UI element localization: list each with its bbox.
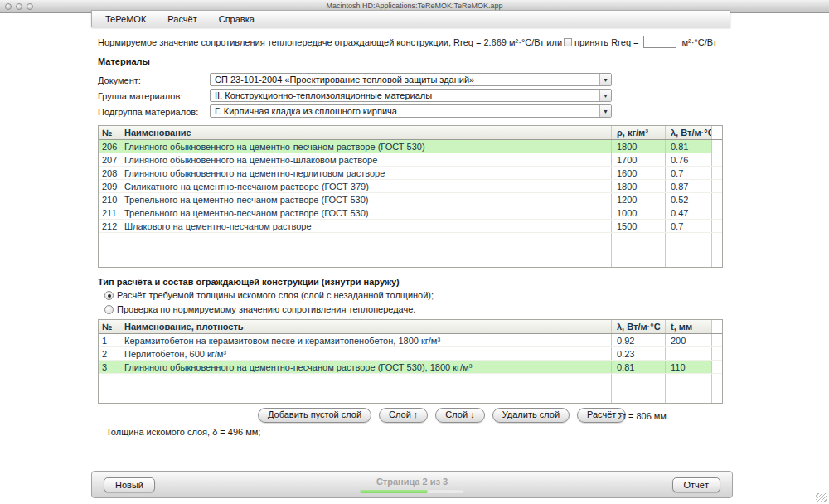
table-cell: 1000	[612, 206, 666, 219]
table-row[interactable]: 212Шлакового на цементно-песчаном раство…	[99, 220, 722, 233]
table-scrollbar[interactable]	[712, 206, 722, 219]
table-cell	[666, 347, 712, 360]
column-header: ρ, кг/м³	[612, 126, 666, 139]
column-header: λ, Вт/м·°С	[612, 320, 666, 333]
table-cell	[666, 233, 712, 267]
rreq-input[interactable]	[643, 36, 676, 48]
chevron-down-icon[interactable]: ▼	[599, 74, 611, 85]
material-subgroup-select[interactable]: Г. Кирпичная кладка из сплошного кирпича…	[210, 104, 612, 118]
table-cell: Силикатного на цементно-песчаном раствор…	[119, 180, 612, 192]
radio-label: Расчёт требуемой толщины искомого слоя (…	[117, 290, 434, 300]
table-cell: 0.76	[666, 153, 712, 166]
chevron-down-icon[interactable]: ▼	[599, 105, 611, 117]
radio-icon[interactable]	[104, 305, 114, 314]
material-group-label: Группа материалов:	[98, 91, 182, 101]
table-row[interactable]: 3Глиняного обыкновенного на цементно-пес…	[99, 361, 722, 374]
rreq-text: Нормируемое значение сопротивления тепло…	[98, 37, 562, 47]
rreq-accept-checkbox[interactable]	[564, 38, 572, 46]
delete-layer-button[interactable]: Удалить слой	[492, 408, 570, 423]
menu-teremok[interactable]: ТеРеМОК	[95, 11, 157, 27]
material-group-select[interactable]: II. Конструкционно-теплоизоляционные мат…	[210, 89, 612, 102]
table-row[interactable]: 209Силикатного на цементно-песчаном раст…	[99, 180, 722, 193]
table-scrollbar[interactable]	[712, 140, 722, 153]
layers-table: № Наименование, плотность λ, Вт/м·°С t, …	[98, 319, 723, 404]
table-cell	[99, 374, 119, 403]
table-cell: Глиняного обыкновенного на цементно-песч…	[119, 140, 612, 153]
table-cell: 3	[99, 361, 119, 373]
total-thickness-label: Σt = 806 мм.	[618, 411, 669, 421]
resize-grip-icon[interactable]	[816, 493, 827, 502]
table-cell: 207	[99, 153, 119, 166]
table-empty-area	[99, 233, 722, 267]
table-cell: 0.87	[666, 180, 712, 192]
table-row[interactable]: 210Трепельного на цементно-песчаном раст…	[99, 193, 722, 206]
radio-label: Проверка по нормируемому значению сопрот…	[117, 304, 415, 314]
layer-down-button[interactable]: Слой ↓	[435, 408, 484, 423]
report-button[interactable]: Отчёт	[672, 477, 720, 492]
table-row[interactable]: 211Трепельного на цементно-песчаном раст…	[99, 206, 722, 220]
add-empty-layer-button[interactable]: Добавить пустой слой	[258, 408, 371, 423]
column-header: Наименование, плотность	[119, 320, 612, 333]
table-cell: 0.7	[666, 220, 712, 232]
table-cell: Шлакового на цементно-песчаном растворе	[119, 220, 612, 232]
column-header: λ, Вт/м·°С	[666, 126, 712, 139]
table-cell: 0.23	[612, 347, 666, 360]
table-scrollbar[interactable]	[712, 374, 722, 403]
table-scrollbar[interactable]	[712, 334, 722, 346]
table-row[interactable]: 2Перлитобетон, 600 кг/м³0.23	[99, 347, 722, 361]
table-cell: 210	[99, 193, 119, 206]
radio-icon[interactable]	[104, 291, 114, 300]
table-cell: 1500	[612, 220, 666, 232]
column-header: №	[99, 126, 119, 139]
table-row[interactable]: 206Глиняного обыкновенного на цементно-п…	[99, 140, 722, 153]
table-row[interactable]: 208Глиняного обыкновенного на цементно-п…	[99, 167, 722, 180]
table-cell: 1700	[612, 153, 666, 166]
table-scrollbar[interactable]	[712, 153, 722, 166]
material-subgroup-select-value: Г. Кирпичная кладка из сплошного кирпича	[211, 106, 599, 116]
document-select[interactable]: СП 23-101-2004 «Проектирование тепловой …	[210, 73, 612, 86]
table-empty-area	[99, 374, 722, 403]
column-header: Наименование	[119, 126, 612, 139]
layer-actions: Добавить пустой слой Слой ↑ Слой ↓ Удали…	[258, 408, 626, 423]
table-scrollbar[interactable]	[712, 180, 722, 192]
table-scrollbar[interactable]	[712, 126, 722, 139]
table-scrollbar[interactable]	[712, 167, 722, 179]
rreq-checkbox-label: принять Rreq =	[574, 37, 638, 47]
radio-calc-thickness[interactable]: Расчёт требуемой толщины искомого слоя (…	[104, 290, 434, 300]
table-cell	[119, 374, 612, 403]
chevron-down-icon[interactable]: ▼	[599, 90, 611, 101]
table-scrollbar[interactable]	[712, 233, 722, 267]
table-cell: 0.47	[666, 206, 712, 219]
table-scrollbar[interactable]	[712, 347, 722, 360]
materials-table-header: № Наименование ρ, кг/м³ λ, Вт/м·°С	[99, 126, 722, 140]
table-cell: 208	[99, 167, 119, 179]
table-cell	[99, 233, 119, 267]
layer-up-button[interactable]: Слой ↑	[379, 408, 428, 423]
table-cell: 0.81	[666, 140, 712, 153]
calc-type-heading: Тип расчёта и состав ограждающей констру…	[98, 277, 400, 287]
table-row[interactable]: 1Керамзитобетон на керамзитовом песке и …	[99, 334, 722, 347]
column-header: t, мм	[666, 320, 712, 333]
menu-spravka[interactable]: Справка	[208, 11, 265, 27]
new-button[interactable]: Новый	[104, 477, 155, 492]
page-indicator: Страница 2 из 3	[354, 477, 470, 493]
table-cell: 1800	[612, 140, 666, 153]
menu-raschet[interactable]: Расчёт	[157, 11, 207, 27]
table-cell: 1200	[612, 193, 666, 206]
table-row[interactable]: 207Глиняного обыкновенного на цементно-ш…	[99, 153, 722, 167]
radio-check-normative[interactable]: Проверка по нормируемому значению сопрот…	[104, 304, 415, 314]
table-cell: 110	[666, 361, 712, 373]
table-scrollbar[interactable]	[712, 361, 722, 373]
table-scrollbar[interactable]	[712, 193, 722, 206]
rreq-unit: м²·°С/Вт	[681, 37, 716, 47]
table-cell: 206	[99, 140, 119, 153]
layers-table-body: 1Керамзитобетон на керамзитовом песке и …	[99, 334, 722, 403]
table-cell: Глиняного обыкновенного на цементно-песч…	[119, 361, 612, 373]
table-scrollbar[interactable]	[712, 220, 722, 232]
layers-table-header: № Наименование, плотность λ, Вт/м·°С t, …	[99, 320, 722, 334]
materials-table: № Наименование ρ, кг/м³ λ, Вт/м·°С 206Гл…	[98, 125, 723, 268]
app-menubar: ТеРеМОК Расчёт Справка	[91, 10, 730, 27]
table-scrollbar[interactable]	[712, 320, 722, 333]
column-header: №	[99, 320, 119, 333]
materials-heading: Материалы	[98, 56, 150, 66]
